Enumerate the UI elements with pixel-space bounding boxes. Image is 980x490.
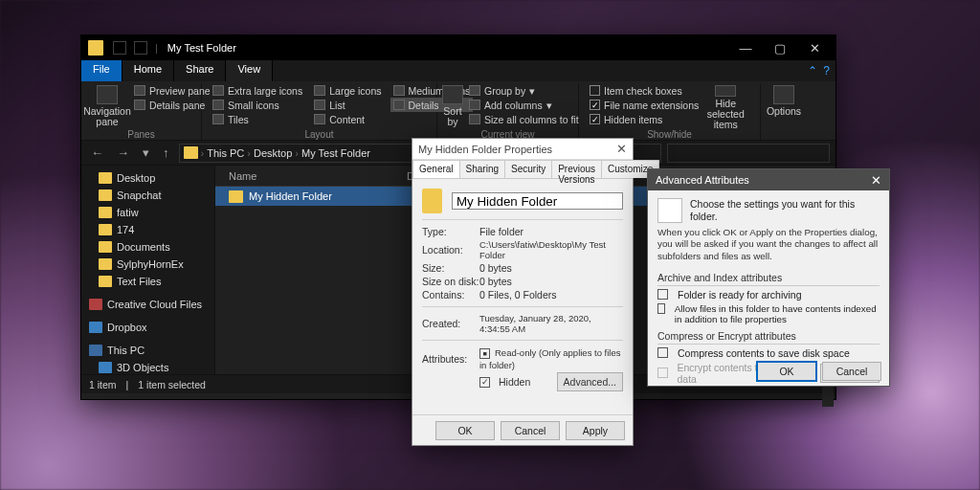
details-pane-button[interactable]: Details pane bbox=[131, 98, 213, 112]
archive-checkbox[interactable] bbox=[657, 289, 668, 300]
properties-dialog: My Hidden Folder Properties ✕ General Sh… bbox=[412, 138, 634, 446]
qat-icon[interactable] bbox=[113, 41, 126, 55]
tree-item: Desktop bbox=[81, 169, 214, 187]
dialog-titlebar[interactable]: My Hidden Folder Properties ✕ bbox=[412, 139, 633, 160]
ribbon-tabs: File Home Share View ⌃? bbox=[81, 60, 835, 81]
ribbon: Navigation pane Preview pane Details pan… bbox=[81, 81, 835, 141]
tree-item: SylphyHornEx bbox=[81, 256, 214, 273]
tab-home[interactable]: Home bbox=[122, 60, 174, 81]
back-button[interactable]: ← bbox=[87, 145, 107, 160]
tree-item: Snapchat bbox=[81, 187, 214, 204]
folder-name-input[interactable] bbox=[452, 192, 623, 210]
ribbon-collapse-icon[interactable]: ⌃ bbox=[808, 64, 817, 78]
tab-view[interactable]: View bbox=[226, 60, 273, 81]
tab-share[interactable]: Share bbox=[174, 60, 226, 81]
chevron-down-icon[interactable]: ▾ bbox=[139, 145, 153, 160]
advanced-attributes-dialog: Advanced Attributes ✕ Choose the setting… bbox=[647, 168, 890, 387]
search-input[interactable] bbox=[667, 144, 830, 163]
ok-button[interactable]: OK bbox=[757, 362, 816, 381]
hidden-items-toggle[interactable]: Hidden items bbox=[587, 112, 702, 126]
maximize-button[interactable]: ▢ bbox=[763, 35, 797, 60]
tree-item: Dropbox bbox=[81, 319, 214, 336]
cancel-button[interactable]: Cancel bbox=[822, 362, 881, 381]
navigation-pane-button[interactable]: Navigation pane bbox=[86, 83, 128, 130]
close-button[interactable]: ✕ bbox=[797, 35, 832, 60]
group-label: Compress or Encrypt attributes bbox=[657, 330, 880, 345]
intro-text: When you click OK or Apply on the Proper… bbox=[657, 227, 880, 262]
tab-file[interactable]: File bbox=[81, 60, 122, 81]
folder-icon bbox=[88, 40, 103, 56]
dialog-titlebar[interactable]: Advanced Attributes ✕ bbox=[648, 169, 889, 190]
tree-item: This PC bbox=[81, 342, 214, 359]
layout-list[interactable]: List bbox=[311, 98, 384, 112]
dialog-tabs: General Sharing Security Previous Versio… bbox=[412, 160, 633, 179]
up-button[interactable]: ↑ bbox=[159, 145, 173, 160]
layout-small[interactable]: Small icons bbox=[210, 98, 305, 112]
help-icon[interactable]: ? bbox=[823, 64, 830, 78]
options-button[interactable]: Options bbox=[766, 83, 802, 130]
index-checkbox[interactable] bbox=[657, 303, 665, 314]
qat-icon[interactable] bbox=[134, 41, 147, 55]
sort-by-button[interactable]: Sort by bbox=[442, 83, 463, 130]
tree-item: Creative Cloud Files bbox=[81, 296, 214, 313]
folder-icon bbox=[422, 189, 442, 213]
tree-item: 3D Objects bbox=[81, 359, 214, 374]
layout-extra-large[interactable]: Extra large icons bbox=[210, 83, 305, 98]
readonly-checkbox[interactable] bbox=[479, 348, 490, 359]
folder-settings-icon bbox=[657, 198, 682, 223]
tab-general[interactable]: General bbox=[412, 160, 460, 178]
intro-text: Choose the settings you want for this fo… bbox=[657, 198, 880, 223]
tab-security[interactable]: Security bbox=[504, 160, 552, 178]
apply-button[interactable]: Apply bbox=[566, 421, 625, 440]
tree-item: 174 bbox=[81, 221, 214, 238]
hide-selected-button[interactable]: Hide selected items bbox=[704, 83, 746, 130]
separator: | bbox=[155, 42, 158, 54]
tree-item: fatiw bbox=[81, 204, 214, 221]
group-label: Archive and Index attributes bbox=[657, 272, 880, 286]
titlebar[interactable]: | My Test Folder — ▢ ✕ bbox=[81, 35, 835, 60]
tab-sharing[interactable]: Sharing bbox=[459, 160, 505, 178]
close-icon[interactable]: ✕ bbox=[616, 142, 627, 156]
preview-pane-button[interactable]: Preview pane bbox=[131, 83, 213, 98]
minimize-button[interactable]: — bbox=[728, 35, 763, 60]
ok-button[interactable]: OK bbox=[435, 421, 495, 440]
dialog-title: Advanced Attributes bbox=[656, 174, 749, 186]
cancel-button[interactable]: Cancel bbox=[501, 421, 560, 440]
file-name-extensions-toggle[interactable]: File name extensions bbox=[587, 98, 702, 112]
folder-icon bbox=[184, 146, 198, 159]
tab-previous-versions[interactable]: Previous Versions bbox=[551, 160, 602, 178]
group-by-button[interactable]: Group by ▾ bbox=[466, 83, 582, 98]
group-label: Panes bbox=[81, 129, 201, 140]
advanced-button[interactable]: Advanced... bbox=[557, 372, 623, 391]
layout-tiles[interactable]: Tiles bbox=[210, 112, 305, 126]
item-check-boxes-toggle[interactable]: Item check boxes bbox=[587, 83, 702, 98]
hidden-checkbox[interactable] bbox=[479, 377, 490, 388]
tree-item: Text Files bbox=[81, 273, 214, 290]
forward-button[interactable]: → bbox=[113, 145, 133, 160]
dialog-title: My Hidden Folder Properties bbox=[418, 144, 552, 155]
group-label: Layout bbox=[202, 129, 436, 140]
folder-icon bbox=[229, 190, 243, 203]
tree-item: Documents bbox=[81, 238, 214, 256]
window-title: My Test Folder bbox=[167, 42, 728, 54]
size-all-columns-button[interactable]: Size all columns to fit bbox=[466, 112, 582, 126]
layout-content[interactable]: Content bbox=[311, 112, 384, 126]
add-columns-button[interactable]: Add columns ▾ bbox=[466, 98, 582, 112]
close-icon[interactable]: ✕ bbox=[871, 173, 881, 188]
nav-tree[interactable]: Desktop Snapchat fatiw 174 Documents Syl… bbox=[81, 166, 215, 374]
layout-large[interactable]: Large icons bbox=[311, 83, 384, 98]
